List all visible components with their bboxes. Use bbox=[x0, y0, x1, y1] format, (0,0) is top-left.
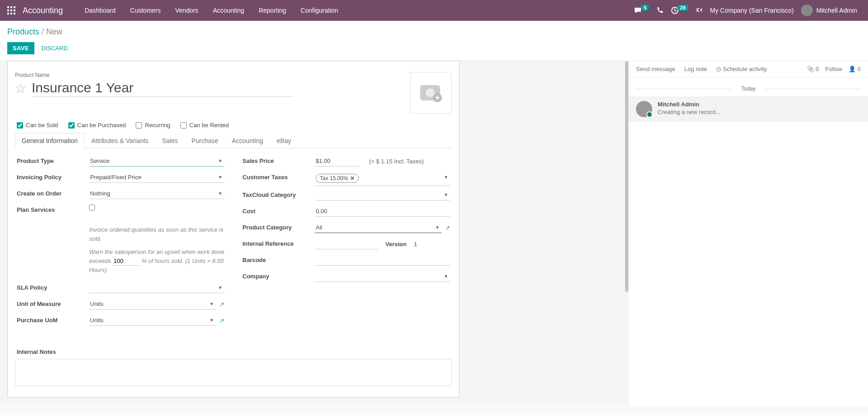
tax-tag[interactable]: Tax 15.00%✕ bbox=[316, 174, 359, 183]
log-note-button[interactable]: Log note bbox=[684, 66, 707, 72]
sla-policy-select[interactable] bbox=[89, 282, 224, 293]
nav-dashboard[interactable]: Dashboard bbox=[77, 0, 123, 21]
remove-tax-icon[interactable]: ✕ bbox=[350, 175, 355, 181]
plan-services-checkbox[interactable] bbox=[89, 205, 95, 210]
create-on-order-label: Create on Order bbox=[17, 188, 89, 197]
phone-icon[interactable] bbox=[656, 7, 664, 14]
brand[interactable]: Accounting bbox=[23, 6, 63, 15]
taxcloud-select[interactable] bbox=[315, 190, 450, 200]
save-button[interactable]: SAVE bbox=[7, 42, 34, 54]
user-menu[interactable]: Mitchell Admin bbox=[801, 5, 857, 16]
can-be-rented-checkbox[interactable]: Can be Rented bbox=[180, 122, 229, 129]
breadcrumb: Products / New bbox=[0, 21, 868, 40]
product-type-label: Product Type bbox=[17, 156, 89, 164]
nav-customers[interactable]: Customers bbox=[123, 0, 168, 21]
svg-rect-2 bbox=[14, 6, 15, 8]
svg-rect-6 bbox=[7, 13, 9, 14]
followers-button[interactable]: 👤 0 bbox=[849, 66, 861, 72]
barcode-label: Barcode bbox=[242, 255, 315, 263]
external-link-icon[interactable]: ↗ bbox=[445, 224, 450, 231]
svg-rect-7 bbox=[10, 13, 12, 14]
message-author: Mitchell Admin bbox=[658, 101, 721, 108]
uom-label: Unit of Measure bbox=[17, 299, 89, 307]
product-category-label: Product Category bbox=[242, 222, 315, 231]
svg-rect-1 bbox=[10, 6, 12, 8]
nav-reporting[interactable]: Reporting bbox=[251, 0, 294, 21]
purchase-uom-label: Purchase UoM bbox=[17, 315, 89, 324]
action-bar: SAVE DISCARD bbox=[0, 40, 868, 61]
tab-accounting[interactable]: Accounting bbox=[225, 133, 270, 148]
product-name-label: Product Name bbox=[15, 72, 410, 78]
tabs: General Information Attributes & Variant… bbox=[15, 133, 452, 148]
create-on-order-select[interactable] bbox=[89, 188, 224, 199]
clock-icon: ◷ bbox=[716, 66, 723, 72]
internal-notes-input[interactable] bbox=[15, 359, 452, 386]
sales-price-label: Sales Price bbox=[242, 156, 315, 164]
help-invoice-ordered: Invoice ordered quantities as soon as th… bbox=[89, 225, 224, 243]
uom-select[interactable] bbox=[89, 299, 216, 310]
user-name: Mitchell Admin bbox=[816, 7, 857, 14]
company-select[interactable] bbox=[315, 271, 450, 282]
product-type-select[interactable] bbox=[89, 156, 224, 167]
version-label: Version bbox=[385, 241, 407, 248]
sales-price-incl-taxes: (= $ 1.15 Incl. Taxes) bbox=[369, 158, 424, 165]
company-label: Company bbox=[242, 271, 315, 280]
nav-vendors[interactable]: Vendors bbox=[168, 0, 205, 21]
date-divider: Today bbox=[629, 86, 868, 92]
cost-label: Cost bbox=[242, 206, 315, 215]
activities-badge: 28 bbox=[677, 5, 688, 11]
company-switcher[interactable]: My Company (San Francisco) bbox=[710, 7, 794, 14]
favorite-star-icon[interactable]: ☆ bbox=[15, 81, 26, 96]
scrollbar-thumb[interactable] bbox=[625, 61, 628, 292]
product-category-select[interactable] bbox=[315, 222, 441, 233]
attachments-button[interactable]: 📎 0 bbox=[807, 66, 819, 72]
send-message-button[interactable]: Send message bbox=[636, 66, 675, 72]
conversations-icon[interactable]: 5 bbox=[635, 7, 649, 14]
product-name-input[interactable] bbox=[32, 80, 294, 97]
invoicing-policy-select[interactable] bbox=[89, 172, 224, 183]
version-value: 1 bbox=[414, 241, 417, 248]
activities-icon[interactable]: 28 bbox=[671, 6, 688, 14]
apps-icon[interactable] bbox=[7, 6, 15, 14]
internal-reference-input[interactable] bbox=[315, 239, 378, 249]
can-be-purchased-checkbox[interactable]: Can be Purchased bbox=[68, 122, 126, 129]
nav-accounting[interactable]: Accounting bbox=[206, 0, 251, 21]
tab-general-information[interactable]: General Information bbox=[15, 133, 85, 148]
purchase-uom-select[interactable] bbox=[89, 315, 216, 326]
debug-icon[interactable] bbox=[696, 7, 703, 14]
tab-attributes-variants[interactable]: Attributes & Variants bbox=[85, 133, 156, 148]
svg-rect-8 bbox=[14, 13, 15, 14]
breadcrumb-parent[interactable]: Products bbox=[7, 27, 39, 36]
discard-button[interactable]: DISCARD bbox=[36, 42, 73, 54]
form-sheet: Product Name ☆ Can be Sold Can be Purcha… bbox=[7, 61, 460, 397]
conversations-badge: 5 bbox=[641, 5, 649, 11]
taxcloud-label: TaxCloud Category bbox=[242, 190, 315, 198]
tab-purchase[interactable]: Purchase bbox=[185, 133, 225, 148]
cost-input[interactable] bbox=[315, 206, 450, 217]
customer-taxes-label: Customer Taxes bbox=[242, 172, 315, 181]
message-body: Creating a new record... bbox=[658, 109, 721, 115]
tab-ebay[interactable]: eBay bbox=[270, 133, 298, 148]
person-icon: 👤 bbox=[849, 66, 856, 72]
paperclip-icon: 📎 bbox=[807, 66, 814, 72]
follow-button[interactable]: Follow bbox=[825, 66, 843, 72]
external-link-icon[interactable]: ↗ bbox=[219, 301, 224, 308]
schedule-activity-button[interactable]: ◷ Schedule activity bbox=[716, 66, 767, 72]
svg-rect-3 bbox=[7, 10, 9, 11]
avatar-icon bbox=[801, 5, 813, 16]
image-upload[interactable] bbox=[410, 72, 452, 114]
tab-sales[interactable]: Sales bbox=[155, 133, 185, 148]
invoicing-policy-label: Invoicing Policy bbox=[17, 172, 89, 181]
external-link-icon[interactable]: ↗ bbox=[219, 317, 224, 324]
svg-rect-5 bbox=[14, 10, 15, 11]
barcode-input[interactable] bbox=[315, 255, 450, 266]
sales-price-input[interactable] bbox=[315, 156, 360, 167]
sla-policy-label: SLA Policy bbox=[17, 282, 89, 291]
recurring-checkbox[interactable]: Recurring bbox=[136, 122, 170, 129]
help-upsell: Warn the salesperson for an upsell when … bbox=[89, 248, 224, 274]
message: Mitchell Admin Creating a new record... bbox=[629, 96, 868, 122]
internal-reference-label: Internal Reference bbox=[242, 239, 315, 247]
can-be-sold-checkbox[interactable]: Can be Sold bbox=[17, 122, 58, 129]
nav-configuration[interactable]: Configuration bbox=[294, 0, 346, 21]
upsell-threshold-input[interactable] bbox=[113, 257, 140, 266]
